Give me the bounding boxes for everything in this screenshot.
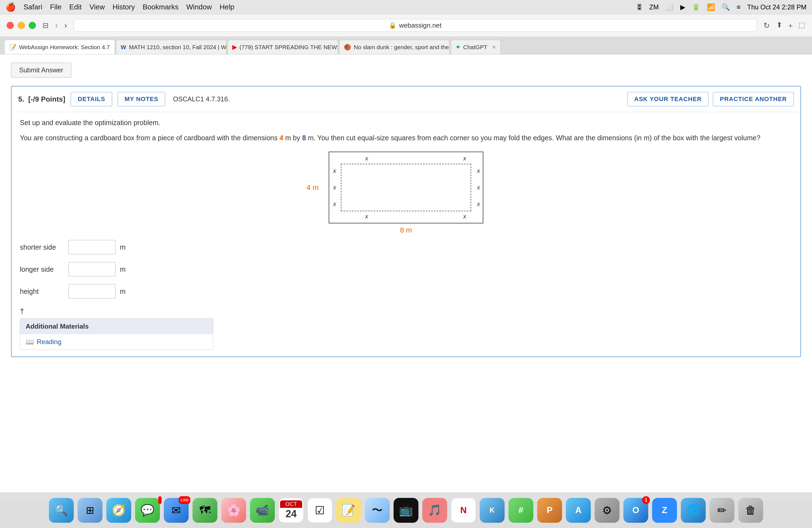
dim1-highlight: 4 [279,134,284,142]
dock-music[interactable]: 🎵 [422,498,447,523]
dock-photos[interactable]: 🌸 [221,498,246,523]
x-label-top2: x [463,155,466,162]
search-icon[interactable]: 🔍 [722,3,730,11]
url-text: webassign.net [399,21,441,29]
details-button[interactable]: DETAILS [71,92,112,106]
dock-calendar[interactable]: OCT 24 [279,498,304,523]
dock: 🔍 ⊞ 🧭 💬 ✉ 1,032 🗺 🌸 📹 OCT 24 ☑ 📝 〜 📺 🎵 N… [0,492,812,528]
reload-button[interactable]: ↻ [764,21,770,30]
problem-text: You are constructing a cardboard box fro… [20,132,792,143]
menu-file[interactable]: File [50,3,62,11]
menu-help[interactable]: Help [220,3,234,11]
x-label-top1: x [365,155,368,162]
dock-globe[interactable]: 🌐 [681,498,706,523]
shorter-side-input[interactable] [69,240,115,254]
tab-webassign[interactable]: 📝 WebAssign Homework: Section 4.7 ✕ [4,40,115,54]
tab-close[interactable]: ✕ [114,44,115,50]
dock-safari[interactable]: 🧭 [106,498,131,523]
apple-menu[interactable]: 🍎 [5,2,16,12]
calendar-date: 24 [286,508,296,520]
messages-badge [158,496,162,504]
control-strip-icon[interactable]: ≡ [737,3,740,11]
tab-chatgpt[interactable]: ✦ ChatGPT ✕ [451,40,501,54]
tab-favicon: W [121,44,126,50]
tabs-overview-icon[interactable]: ⬚ [798,21,806,30]
dock-appstore[interactable]: A [566,498,591,523]
dock-facetime[interactable]: 📹 [250,498,275,523]
height-label: height [20,288,64,295]
dock-keynote[interactable]: K [480,498,505,523]
tab-math[interactable]: W MATH 1210, section 10, Fall 2024 | Web… [116,40,227,54]
control-center-icon[interactable]: 🎛 [636,3,643,11]
height-unit: m [120,288,126,295]
dock-outlook[interactable]: O 1 [623,498,648,523]
problem-body: Set up and evaluate the optimization pro… [12,112,800,356]
dock-zoom[interactable]: Z [652,498,677,523]
menu-history[interactable]: History [113,3,135,11]
ask-teacher-button[interactable]: ASK YOUR TEACHER [627,92,708,106]
tab-label: WebAssign Homework: Section 4.7 [19,44,110,50]
sidebar-toggle[interactable]: ⊟ [43,21,48,30]
wifi-icon: 📶 [707,3,715,11]
browser-toolbar: ⊟ ‹ › 🔒 webassign.net ↻ ⬆ ＋ ⬚ [0,14,812,36]
tab-article[interactable]: 🏀 No slam dunk : gender, sport and the u… [339,40,450,54]
diagram-container: 4 m x x x x x x [20,151,792,223]
dock-pencil[interactable]: ✏ [710,498,735,523]
dock-launchpad[interactable]: ⊞ [77,498,102,523]
height-row: height m [20,284,792,298]
x-label-bot-right: x [477,201,480,208]
dock-system-preferences[interactable]: ⚙ [595,498,620,523]
play-icon[interactable]: ▶ [680,3,685,11]
dock-trash[interactable]: 🗑 [738,498,763,523]
shorter-side-unit: m [120,243,126,251]
dock-tv[interactable]: 📺 [394,498,418,523]
menu-bookmarks[interactable]: Bookmarks [143,3,178,11]
dock-reminders[interactable]: ☑ [307,498,332,523]
maximize-button[interactable] [29,22,36,29]
minimize-button[interactable] [18,22,25,29]
tab-favicon: ✦ [455,44,460,50]
question-code: OSCALC1 4.7.316. [173,95,230,103]
dock-news[interactable]: N [451,498,476,523]
tab-favicon: 🏀 [344,44,351,50]
tab-label: No slam dunk : gender, sport and the une… [354,44,450,50]
share-icon[interactable]: ⬆ [777,21,782,30]
dock-pages[interactable]: P [537,498,562,523]
address-bar[interactable]: 🔒 webassign.net [74,19,757,32]
height-input[interactable] [69,284,115,298]
dock-maps[interactable]: 🗺 [192,498,217,523]
shorter-side-row: shorter side m [20,240,792,254]
lock-icon: 🔒 [389,22,396,29]
additional-materials: Additional Materials 📖 Reading [20,318,213,350]
dock-grapher[interactable]: 〜 [365,498,390,523]
tab-youtube[interactable]: ▶ (779) START SPREADING THE NEWS! Eve...… [228,40,338,54]
reading-link[interactable]: 📖 Reading [26,338,207,346]
dim2-highlight: 8 [302,134,306,142]
reading-label: Reading [37,338,61,346]
my-notes-button[interactable]: MY NOTES [118,92,165,106]
dock-notes[interactable]: 📝 [336,498,361,523]
forward-button[interactable]: › [62,20,69,31]
menu-edit[interactable]: Edit [69,3,82,11]
x-label-left1: x [333,167,336,175]
longer-side-input[interactable] [69,262,115,276]
menu-window[interactable]: Window [186,3,212,11]
dock-messages[interactable]: 💬 [135,498,160,523]
dock-mail[interactable]: ✉ 1,032 [164,498,189,523]
new-tab-icon[interactable]: ＋ [787,21,794,30]
screen-record-icon[interactable]: ⬜ [665,3,673,11]
menu-view[interactable]: View [89,3,105,11]
submit-answer-button[interactable]: Submit Answer [11,63,71,78]
menu-bar: 🍎 Safari File Edit View History Bookmark… [0,0,812,14]
tab-close[interactable]: ✕ [492,44,496,50]
back-button[interactable]: ‹ [53,20,60,31]
label-8m: 8 m [400,226,412,234]
close-button[interactable] [6,22,14,29]
clock: Thu Oct 24 2:28 PM [747,3,807,11]
additional-materials-header: Additional Materials [20,319,213,334]
dock-numbers[interactable]: # [508,498,533,523]
menu-safari[interactable]: Safari [24,3,42,11]
practice-another-button[interactable]: PRACTICE ANOTHER [713,92,794,106]
dock-finder[interactable]: 🔍 [49,498,74,523]
shorter-side-label: shorter side [20,243,64,251]
